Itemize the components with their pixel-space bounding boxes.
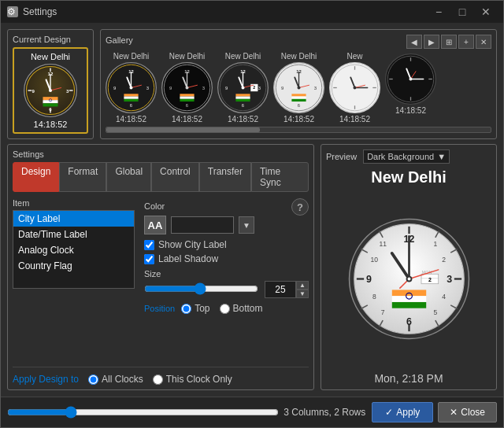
size-down-btn[interactable]: ▼	[296, 290, 309, 298]
gallery-item[interactable]: 14:18:52	[385, 52, 436, 124]
size-up-btn[interactable]: ▲	[296, 281, 309, 290]
item-city-label[interactable]: City Label	[13, 211, 134, 227]
color-row: AA ▼	[144, 216, 309, 234]
apply-this-clock-radio[interactable]	[153, 374, 163, 385]
apply-all-clocks-option: All Clocks	[88, 374, 143, 385]
show-city-label-checkbox[interactable]	[144, 240, 154, 250]
gallery-item[interactable]: New Delhi 12 3 6 9 2	[217, 52, 269, 124]
gallery-items: New Delhi 12 3 6 9	[106, 52, 491, 124]
chevron-down-icon: ▼	[437, 152, 446, 161]
font-button[interactable]: AA	[144, 216, 166, 234]
position-bottom-radio[interactable]	[220, 304, 230, 314]
item-list[interactable]: City Label Date/Time Label Analog Clock …	[13, 210, 135, 289]
close-button[interactable]: ✕ Close	[438, 402, 497, 422]
tab-control[interactable]: Control	[151, 162, 199, 192]
gallery-remove-btn[interactable]: ✕	[476, 35, 491, 49]
svg-point-72	[298, 87, 301, 90]
tab-transfer[interactable]: Transfer	[199, 162, 251, 192]
tab-global[interactable]: Global	[106, 162, 151, 192]
position-bottom-option: Bottom	[220, 303, 263, 314]
svg-point-59	[242, 87, 245, 90]
svg-rect-68	[291, 99, 306, 101]
svg-point-31	[130, 87, 133, 90]
preview-bg-dropdown[interactable]: Dark Background ▼	[363, 149, 450, 164]
svg-point-92	[410, 78, 413, 81]
svg-rect-12	[43, 100, 57, 103]
gallery-label: Gallery	[106, 35, 133, 45]
item-datetime-label[interactable]: Date/Time Label	[13, 227, 134, 242]
svg-text:6: 6	[298, 103, 300, 108]
position-radio-group: Top Bottom	[181, 303, 262, 314]
apply-this-clock-label: This Clock Only	[166, 374, 232, 385]
svg-text:8: 8	[372, 293, 376, 301]
color-label: Color	[144, 201, 165, 211]
svg-text:3: 3	[66, 88, 69, 94]
label-shadow-checkbox[interactable]	[144, 254, 154, 264]
gallery-prev-btn[interactable]: ◀	[406, 35, 422, 49]
color-box[interactable]	[171, 216, 234, 234]
svg-text:9: 9	[365, 274, 371, 285]
svg-text:2: 2	[253, 85, 255, 90]
item-label: Item	[13, 198, 135, 208]
svg-text:9: 9	[169, 86, 172, 90]
tab-format[interactable]: Format	[59, 162, 106, 192]
columns-slider[interactable]	[7, 406, 279, 419]
item-analog-clock[interactable]: Analog Clock	[13, 242, 134, 258]
svg-text:6: 6	[49, 106, 52, 112]
svg-point-18	[49, 89, 52, 92]
svg-rect-27	[124, 99, 138, 101]
close-window-button[interactable]: ✕	[475, 4, 497, 20]
svg-text:9: 9	[113, 86, 116, 90]
position-top-label: Top	[195, 303, 209, 314]
gallery-scrollbar-thumb	[106, 127, 260, 132]
gallery-next-btn[interactable]: ▶	[424, 35, 439, 49]
svg-text:11: 11	[379, 239, 387, 247]
color-dropdown-btn[interactable]: ▼	[239, 216, 254, 234]
svg-text:6: 6	[186, 103, 188, 108]
size-slider[interactable]	[144, 282, 258, 295]
size-input[interactable]	[265, 281, 296, 298]
minimize-button[interactable]: −	[428, 4, 450, 20]
help-button[interactable]: ?	[291, 198, 309, 216]
position-bottom-label: Bottom	[233, 303, 263, 314]
apply-all-clocks-radio[interactable]	[88, 374, 98, 385]
gallery-item[interactable]: New Delhi 12 3 6 9	[161, 52, 213, 124]
main-content: Current Design New Delhi	[1, 23, 503, 397]
size-row: ▲ ▼	[144, 281, 309, 298]
bottom-row: Settings Design Format Global Control Tr…	[7, 144, 497, 390]
svg-text:9: 9	[281, 86, 284, 90]
gallery-clock-2: 12 3 6 9	[161, 62, 213, 113]
svg-rect-25	[124, 94, 138, 96]
svg-text:3: 3	[314, 86, 317, 90]
maximize-button[interactable]: □	[451, 4, 473, 20]
current-design-name: New Delhi	[31, 52, 70, 61]
svg-rect-26	[124, 97, 138, 99]
current-design-panel: Current Design New Delhi	[7, 29, 94, 139]
tab-timesync[interactable]: Time Sync	[251, 162, 309, 192]
main-window: ⚙ Settings − □ ✕ Current Design New Delh…	[0, 0, 504, 428]
apply-label: Apply	[396, 407, 420, 418]
settings-body: Item City Label Date/Time Label Analog C…	[13, 198, 309, 385]
apply-design-radio-group: All Clocks This Clock Only	[88, 374, 232, 385]
position-top-radio[interactable]	[181, 304, 191, 314]
tab-design[interactable]: Design	[13, 162, 59, 192]
checkmark-icon: ✓	[385, 407, 393, 418]
gallery-item[interactable]: New Delhi 12 3 6 9	[273, 52, 324, 124]
svg-rect-39	[180, 97, 194, 99]
svg-text:4: 4	[442, 293, 446, 301]
x-icon: ✕	[450, 407, 458, 418]
item-country-flag[interactable]: Country Flag	[13, 258, 134, 274]
gallery-item[interactable]: New Delhi 12 3 6 9	[106, 52, 157, 124]
titlebar-buttons: − □ ✕	[428, 4, 497, 20]
gallery-grid-btn[interactable]: ⊞	[441, 35, 457, 49]
svg-text:10: 10	[370, 255, 378, 263]
svg-text:9: 9	[32, 88, 35, 94]
preview-header: Preview Dark Background ▼	[326, 149, 491, 164]
bottom-slider-wrap: 3 Columns, 2 Rows	[7, 406, 365, 419]
apply-button[interactable]: ✓ Apply	[372, 402, 433, 422]
gallery-add-btn[interactable]: +	[458, 35, 474, 49]
svg-rect-11	[43, 97, 57, 100]
gallery-scrollbar[interactable]	[106, 127, 491, 133]
apply-this-clock-option: This Clock Only	[153, 374, 232, 385]
gallery-item[interactable]: New 14:18:52	[329, 52, 380, 124]
